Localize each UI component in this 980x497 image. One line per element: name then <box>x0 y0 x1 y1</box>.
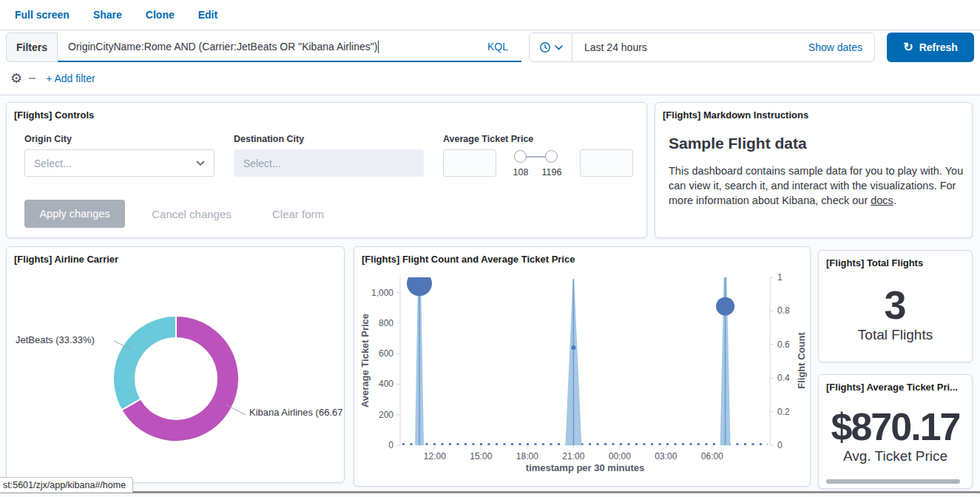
share-link[interactable]: Share <box>93 9 122 21</box>
edit-link[interactable]: Edit <box>198 9 217 21</box>
kql-query-input[interactable]: OriginCityName:Rome AND (Carrier:JetBeat… <box>58 33 521 62</box>
refresh-label: Refresh <box>919 41 958 53</box>
refresh-icon: ↻ <box>903 41 913 53</box>
svg-text:0.8: 0.8 <box>777 305 790 316</box>
svg-text:200: 200 <box>379 410 393 420</box>
svg-text:15:00: 15:00 <box>470 451 492 462</box>
add-filter-link[interactable]: + Add filter <box>46 72 95 84</box>
svg-text:12:00: 12:00 <box>424 451 446 462</box>
avg-ticket-price-value: $870.17 <box>819 408 972 446</box>
clone-link[interactable]: Clone <box>146 9 175 21</box>
full-screen-link[interactable]: Full screen <box>15 9 70 21</box>
airline-carrier-donut-chart[interactable] <box>7 247 345 484</box>
filters-button[interactable]: Filters <box>6 33 58 62</box>
left-axis-title: Average Ticket Price <box>359 287 371 435</box>
panel-title: [Flights] Average Ticket Pri... <box>826 382 958 393</box>
destination-city-select[interactable]: Select... <box>234 149 424 177</box>
horizontal-scrollbar[interactable] <box>826 479 960 484</box>
origin-city-select[interactable]: Select... <box>24 149 214 177</box>
price-max-value: 1196 <box>535 167 568 178</box>
price-range-slider-min-handle[interactable] <box>514 150 527 163</box>
markdown-body: This dashboard contains sample data for … <box>669 163 964 208</box>
time-picker-quick-menu[interactable] <box>530 33 572 61</box>
apply-changes-button[interactable]: Apply changes <box>24 200 125 228</box>
panel-flights-controls: [Flights] Controls Origin City Select...… <box>6 102 647 238</box>
text-cursor <box>378 41 379 53</box>
show-dates-link[interactable]: Show dates <box>808 41 874 53</box>
panel-total-flights: [Flights] Total Flights 3 Total Flights <box>818 250 973 362</box>
dashboard-top-nav: Full screen Share Clone Edit <box>0 0 980 30</box>
panel-airline-carrier: [Flights] Airline Carrier JetBeats (33.3… <box>6 246 345 483</box>
clock-icon <box>539 41 551 53</box>
price-min-input[interactable] <box>443 149 496 177</box>
window-bottom-edge <box>0 491 980 493</box>
status-bar-url: st:5601/zjx/app/kibana#/home <box>0 477 133 493</box>
panel-title: [Flights] Flight Count and Average Ticke… <box>362 254 575 265</box>
query-bar: Filters OriginCityName:Rome AND (Carrier… <box>6 32 974 63</box>
svg-text:0.6: 0.6 <box>777 339 790 350</box>
time-picker[interactable]: Last 24 hours Show dates <box>529 33 875 62</box>
panel-avg-ticket-price: [Flights] Average Ticket Pri... $870.17 … <box>818 374 973 489</box>
svg-text:1,000: 1,000 <box>371 288 393 298</box>
price-max-input[interactable] <box>580 149 633 177</box>
panel-title: [Flights] Markdown Instructions <box>663 109 808 121</box>
filter-options-caret-icon <box>29 78 36 79</box>
filter-options-gear-icon[interactable]: ⚙ <box>10 72 22 85</box>
markdown-text-end: . <box>893 195 896 206</box>
chevron-down-icon <box>196 160 205 166</box>
markdown-heading: Sample Flight data <box>669 135 807 152</box>
panel-flights-markdown: [Flights] Markdown Instructions Sample F… <box>655 102 973 238</box>
donut-label-kibana-airlines: Kibana Airlines (66.67 <box>249 407 342 418</box>
markdown-text: This dashboard contains sample data for … <box>669 165 963 206</box>
docs-link[interactable]: docs <box>871 195 893 206</box>
svg-text:400: 400 <box>379 379 393 389</box>
donut-label-jetbeats: JetBeats (33.33%) <box>16 334 95 345</box>
chevron-down-icon <box>555 45 563 50</box>
svg-text:00:00: 00:00 <box>609 451 631 462</box>
total-flights-value: 3 <box>819 285 972 325</box>
x-axis-title: timestamp per 30 minutes <box>474 462 696 473</box>
svg-text:0.4: 0.4 <box>777 373 790 383</box>
svg-text:0: 0 <box>388 440 393 450</box>
avg-ticket-price-label: Avg. Ticket Price <box>819 448 972 464</box>
query-language-button[interactable]: KQL <box>481 41 514 53</box>
destination-city-label: Destination City <box>234 134 304 144</box>
clear-form-button[interactable]: Clear form <box>264 200 332 228</box>
panel-flight-count-avg-price: 02004006008001,00000.20.40.60.8112:0015:… <box>354 246 811 487</box>
time-range-display[interactable]: Last 24 hours <box>572 41 647 53</box>
origin-city-value: Select... <box>34 158 72 169</box>
svg-text:800: 800 <box>379 318 393 328</box>
svg-text:0.2: 0.2 <box>777 407 790 417</box>
price-min-value: 108 <box>504 167 537 178</box>
cancel-changes-button[interactable]: Cancel changes <box>143 200 240 228</box>
query-text: OriginCityName:Rome AND (Carrier:JetBeat… <box>68 41 377 53</box>
svg-text:06:00: 06:00 <box>701 451 723 462</box>
dashboard-grid: [Flights] Controls Origin City Select...… <box>0 95 980 497</box>
svg-text:03:00: 03:00 <box>655 451 677 462</box>
svg-text:21:00: 21:00 <box>562 451 584 462</box>
origin-city-label: Origin City <box>24 134 72 144</box>
svg-text:18:00: 18:00 <box>516 451 538 462</box>
svg-text:0: 0 <box>777 440 783 450</box>
total-flights-label: Total Flights <box>819 327 972 343</box>
price-range-slider-max-handle[interactable] <box>545 150 558 163</box>
svg-text:600: 600 <box>379 348 393 359</box>
destination-city-value: Select... <box>243 158 281 169</box>
panel-title: [Flights] Total Flights <box>826 257 923 268</box>
flight-count-area-chart[interactable]: 02004006008001,00000.20.40.60.8112:0015:… <box>354 247 811 487</box>
filter-row: ⚙ + Add filter <box>10 67 95 90</box>
svg-text:1: 1 <box>777 272 783 283</box>
panel-title: [Flights] Controls <box>14 109 94 121</box>
right-axis-title: Flight Count <box>796 287 807 435</box>
refresh-button[interactable]: ↻ Refresh <box>887 33 974 62</box>
avg-ticket-price-label: Average Ticket Price <box>443 134 533 144</box>
